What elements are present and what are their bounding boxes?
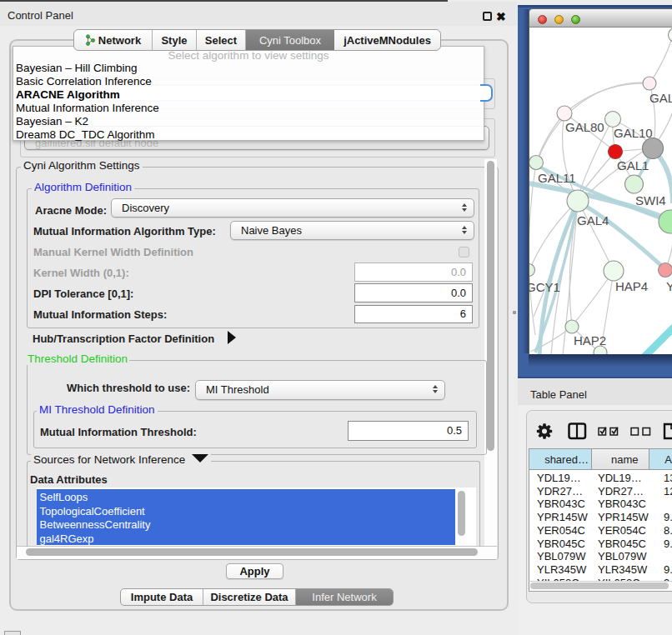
svg-text:Y: Y (666, 279, 672, 293)
svg-text:GAL4: GAL4 (577, 213, 609, 228)
svg-text:HAP2: HAP2 (574, 333, 606, 348)
svg-text:GAL11: GAL11 (538, 171, 576, 185)
svg-text:GAL1: GAL1 (617, 158, 649, 172)
svg-text:GCY1: GCY1 (529, 280, 560, 294)
svg-text:GAL80: GAL80 (565, 120, 604, 134)
svg-text:GAL10: GAL10 (614, 126, 653, 140)
svg-text:GAL: GAL (649, 91, 672, 105)
svg-text:SWI4: SWI4 (635, 193, 666, 208)
svg-text:HAP4: HAP4 (615, 279, 648, 293)
